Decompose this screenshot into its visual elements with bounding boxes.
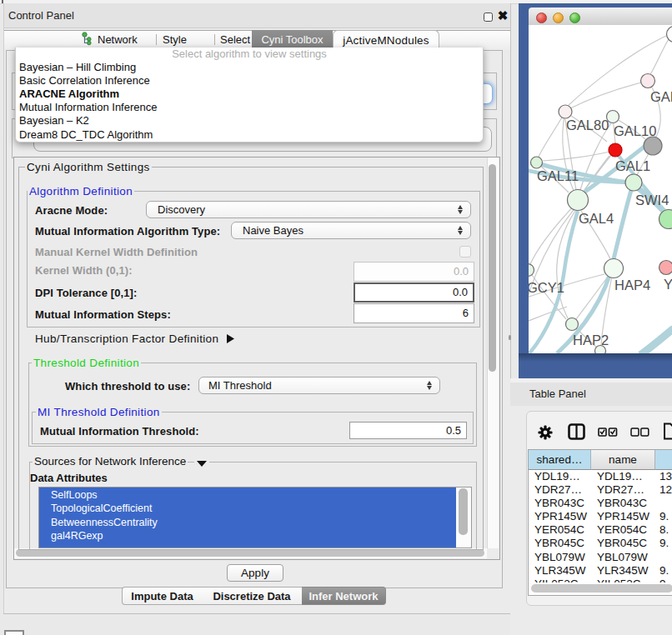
- svg-text:HAP2: HAP2: [573, 332, 609, 348]
- svg-text:HAP4: HAP4: [614, 278, 650, 292]
- svg-text:GCY1: GCY1: [529, 280, 564, 295]
- svg-text:GAL: GAL: [650, 89, 672, 104]
- svg-text:GAL11: GAL11: [537, 168, 579, 183]
- svg-text:Y: Y: [664, 277, 672, 292]
- svg-text:GAL10: GAL10: [614, 123, 656, 138]
- svg-text:GAL80: GAL80: [566, 118, 609, 132]
- svg-text:GAL4: GAL4: [579, 211, 614, 226]
- svg-text:GAL1: GAL1: [615, 158, 650, 173]
- svg-text:SWI4: SWI4: [635, 192, 669, 208]
